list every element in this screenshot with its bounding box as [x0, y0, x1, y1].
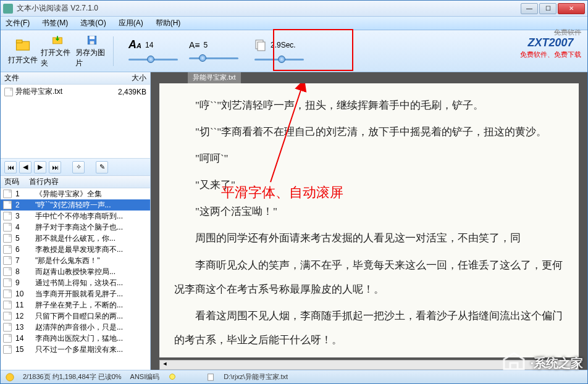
page-number: 12: [14, 311, 33, 321]
page-row[interactable]: 6李教授是最早发现李商不...: [1, 244, 150, 255]
brand-text: ZXT: [527, 36, 548, 49]
page-row[interactable]: 7"那是什么鬼东西！": [1, 255, 150, 266]
page-row[interactable]: 5那不就是什么破瓦，你...: [1, 233, 150, 244]
font-size-slider[interactable]: [128, 55, 178, 64]
page-number: 13: [14, 322, 33, 332]
page-row[interactable]: 14李商跨出医院大门，猛地...: [1, 333, 150, 344]
menu-apps[interactable]: 应用(A): [119, 18, 143, 28]
page-row[interactable]: 9通过书简上得知，这块石...: [1, 277, 150, 288]
pages-col-num[interactable]: 页码: [4, 177, 29, 187]
svg-rect-4: [90, 36, 94, 39]
page-first-line: 胖子坐在凳子上，不断的...: [35, 300, 148, 310]
status-encoding: ANSI编码: [130, 372, 160, 382]
menu-bookmark[interactable]: 书签(M): [42, 18, 68, 28]
nav-last-button[interactable]: ⏭: [49, 161, 61, 173]
page-icon: [3, 345, 12, 354]
annotation-text: 平滑字体、自动滚屏: [221, 177, 343, 209]
open-file-button[interactable]: 打开文件: [6, 33, 40, 69]
open-folder-label: 打开文件夹: [41, 48, 74, 69]
page-first-line: "那是什么鬼东西！": [35, 256, 148, 265]
file-size: 2,439KB: [118, 88, 146, 96]
page-row[interactable]: 8而赵青山教授快掌控局...: [1, 266, 150, 277]
page-row[interactable]: 15只不过一个多星期没有来...: [1, 344, 150, 355]
open-folder-button[interactable]: 打开文件夹: [40, 33, 75, 69]
page-number: 7: [14, 256, 33, 265]
page-icon: [3, 234, 12, 243]
autoscroll-value: 2.9Sec.: [271, 41, 296, 49]
page-first-line: 那不就是什么破瓦，你...: [35, 233, 148, 243]
font-size-control: AA 14: [128, 38, 178, 64]
nav-first-button[interactable]: ⏮: [4, 161, 17, 173]
menubar: 文件(F) 书签(M) 选项(O) 应用(A) 帮助(H): [1, 17, 587, 30]
pages-col-first[interactable]: 首行内容: [29, 177, 59, 187]
font-size-icon: AA: [128, 38, 141, 51]
close-button[interactable]: ✕: [558, 3, 585, 14]
menu-options[interactable]: 选项(O): [80, 18, 106, 28]
page-row[interactable]: 10当李商开开眼就看见胖子...: [1, 288, 150, 299]
reader-line: 周围的同学还有外面请来考古发掘的人看见这一对活宝，不由笑了，同: [174, 226, 564, 250]
open-file-label: 打开文件: [8, 55, 38, 65]
page-number: 3: [14, 211, 33, 221]
files-col-size[interactable]: 大小: [132, 73, 146, 83]
file-name: 异能寻宝家.txt: [15, 86, 116, 97]
page-icon: [3, 334, 12, 343]
nav-next-button[interactable]: ▶: [34, 161, 46, 173]
page-row[interactable]: 11胖子坐在凳子上，不断的...: [1, 299, 150, 311]
page-row[interactable]: 1《异能寻宝家》全集: [1, 188, 150, 199]
svg-rect-1: [17, 40, 22, 43]
page-first-line: 只不过一个多星期没有来...: [35, 344, 148, 354]
page-icon: [3, 267, 12, 276]
page-number: 1: [14, 189, 33, 199]
line-spacing-control: A≡ 5: [189, 40, 238, 62]
file-row[interactable]: 异能寻宝家.txt2,439KB: [2, 86, 149, 98]
page-first-line: 当李商开开眼就看见胖子...: [35, 289, 148, 299]
toolbar-separator: [113, 36, 114, 66]
menu-file[interactable]: 文件(F): [6, 18, 30, 28]
nav-edit-button[interactable]: ✎: [96, 161, 108, 173]
line-spacing-slider[interactable]: [189, 54, 238, 62]
brand-year: 2007: [548, 36, 573, 49]
files-col-name[interactable]: 文件: [4, 73, 132, 83]
status-position: 2/1836页 约1,198,484字 已读0%: [23, 372, 122, 382]
save-as-image-label: 另存为图片: [75, 48, 109, 69]
save-as-image-button[interactable]: 另存为图片: [75, 33, 109, 69]
app-icon: [3, 4, 13, 14]
status-info-icon: [6, 373, 14, 382]
page-first-line: 《异能寻宝家》全集: [35, 189, 148, 199]
page-row[interactable]: 3手中忙个不停地李商听到...: [1, 211, 150, 222]
nav-prev-button[interactable]: ◀: [19, 161, 32, 173]
page-icon: [3, 245, 12, 254]
autoscroll-slider[interactable]: [254, 55, 304, 64]
page-row[interactable]: 4胖子对于李商这个脑子也...: [1, 222, 150, 233]
maximize-button[interactable]: ☐: [539, 3, 556, 14]
statusbar: 2/1836页 约1,198,484字 已读0% ANSI编码 D:\rjxz\…: [1, 370, 587, 383]
page-row[interactable]: 2"哼``"刘艺清轻哼一声...: [1, 199, 150, 211]
pages-header: 页码 首行内容: [1, 176, 150, 188]
watermark-icon: [502, 351, 526, 375]
pages-list[interactable]: 1《异能寻宝家》全集2"哼``"刘艺清轻哼一声...3手中忙个不停地李商听到..…: [1, 188, 150, 370]
save-icon: [83, 34, 101, 46]
page-icon: [3, 301, 12, 309]
window-title: 文本小说阅读器 V2.7.1.0: [17, 3, 521, 14]
page-first-line: 通过书简上得知，这块石...: [35, 278, 148, 288]
font-size-value: 14: [145, 41, 153, 49]
minimize-button[interactable]: —: [521, 3, 538, 14]
page-number: 15: [14, 344, 33, 354]
page-number: 14: [14, 333, 33, 343]
files-header: 文件 大小: [1, 72, 150, 85]
menu-help[interactable]: 帮助(H): [156, 18, 181, 28]
page-row[interactable]: 13赵清萍的声音很小，只是...: [1, 322, 150, 333]
nav-highlight-button[interactable]: ✧: [72, 161, 85, 173]
svg-rect-11: [208, 374, 214, 380]
reader-tab[interactable]: 异能寻宝家.txt: [188, 72, 241, 83]
reader-line: 看着这周围不见人烟，李商随手抓起一把沙土，看着沙子从指缝间流出这个偏门的考古系，…: [174, 304, 564, 352]
page-icon: [3, 190, 12, 198]
status-doc-icon: [206, 373, 215, 382]
page-number: 8: [14, 267, 33, 277]
page-number: 10: [14, 289, 33, 299]
page-first-line: 胖子对于李商这个脑子也...: [35, 222, 148, 232]
page-icon: [3, 223, 12, 232]
page-icon: [3, 201, 12, 209]
page-row[interactable]: 12只留下两个目瞪口呆的两...: [1, 311, 150, 322]
reader-page[interactable]: 平滑字体、自动滚屏 "哼``"刘艺清轻哼一声，扭头，继续挥舞着手中的毛刷，铲子。…: [159, 83, 579, 357]
